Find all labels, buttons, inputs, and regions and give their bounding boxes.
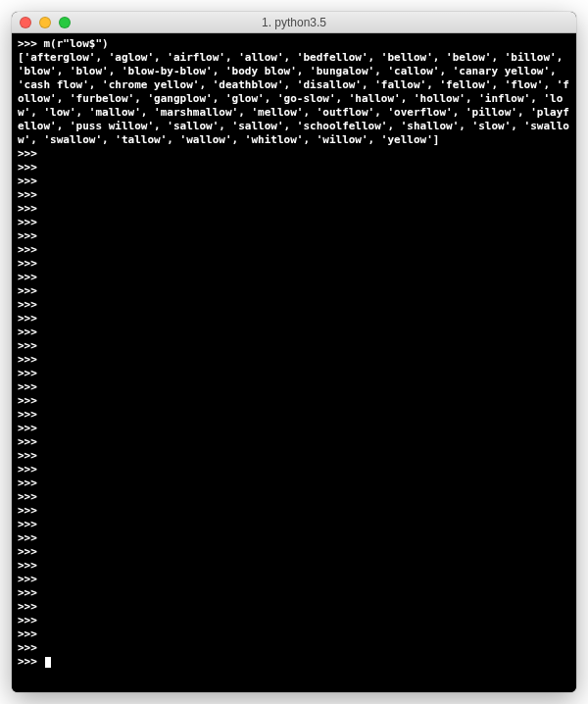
- repl-prompt: >>>: [18, 531, 570, 545]
- repl-prompt-active[interactable]: >>>: [18, 655, 570, 669]
- repl-prompt: >>>: [18, 367, 570, 380]
- repl-prompt: >>>: [18, 394, 570, 408]
- repl-prompt: >>>: [18, 216, 570, 229]
- repl-prompt: >>>: [18, 600, 570, 614]
- repl-prompt: >>>: [18, 477, 570, 490]
- repl-prompt: >>>: [18, 271, 570, 284]
- repl-prompt: >>>: [18, 243, 570, 257]
- repl-prompt: >>>: [18, 229, 570, 243]
- repl-prompt: >>>: [18, 641, 570, 655]
- terminal-content[interactable]: >>> m(r"low$")['afterglow', 'aglow', 'ai…: [12, 33, 576, 692]
- zoom-icon[interactable]: [59, 17, 71, 28]
- window-title: 1. python3.5: [12, 16, 576, 29]
- repl-prompt: >>>: [18, 202, 570, 216]
- repl-prompt: >>>: [18, 463, 570, 477]
- repl-prompt: >>>: [18, 422, 570, 435]
- repl-prompt: >>>: [18, 504, 570, 518]
- minimize-icon[interactable]: [39, 17, 51, 28]
- repl-prompt: >>>: [18, 339, 570, 353]
- window-titlebar[interactable]: 1. python3.5: [12, 12, 576, 33]
- repl-prompt: >>>: [18, 188, 570, 202]
- repl-input-line: >>> m(r"low$"): [18, 37, 570, 51]
- cursor-icon: [45, 657, 51, 668]
- close-icon[interactable]: [20, 17, 31, 28]
- repl-prompt: >>>: [18, 545, 570, 559]
- repl-prompt: >>>: [18, 518, 570, 531]
- repl-prompt: >>>: [18, 298, 570, 312]
- repl-prompt: >>>: [18, 573, 570, 586]
- repl-prompt: >>>: [18, 312, 570, 326]
- traffic-lights: [12, 17, 71, 28]
- repl-prompt: >>>: [18, 449, 570, 463]
- repl-prompt: >>>: [18, 614, 570, 628]
- repl-prompt: >>>: [18, 257, 570, 271]
- repl-prompt: >>>: [18, 380, 570, 394]
- prompt-text: >>>: [18, 655, 44, 668]
- terminal-window: 1. python3.5 >>> m(r"low$")['afterglow',…: [12, 12, 576, 692]
- repl-prompt: >>>: [18, 586, 570, 600]
- repl-prompt: >>>: [18, 326, 570, 339]
- repl-prompt: >>>: [18, 628, 570, 641]
- repl-prompt: >>>: [18, 284, 570, 298]
- repl-output: ['afterglow', 'aglow', 'airflow', 'allow…: [18, 51, 570, 147]
- repl-prompt: >>>: [18, 353, 570, 367]
- repl-prompt: >>>: [18, 161, 570, 175]
- repl-prompt: >>>: [18, 408, 570, 422]
- repl-prompt: >>>: [18, 559, 570, 573]
- repl-prompt: >>>: [18, 147, 570, 161]
- repl-prompt: >>>: [18, 175, 570, 188]
- repl-prompt: >>>: [18, 435, 570, 449]
- repl-prompt: >>>: [18, 490, 570, 504]
